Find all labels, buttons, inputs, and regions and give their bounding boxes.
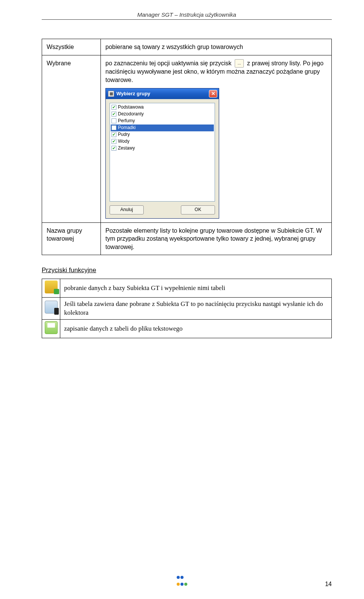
save-file-icon <box>45 321 58 334</box>
checkbox-icon[interactable]: ✔ <box>111 139 116 144</box>
list-item[interactable]: Perfumy <box>111 118 214 125</box>
row-desc: Pozostałe elementy listy to kolejne grup… <box>101 222 332 255</box>
table-row: Jeśli tabela zawiera dane pobrane z Subi… <box>42 298 332 319</box>
group-list[interactable]: ✔Podstawowa✔DezodorantyPerfumyPomadki✔Pu… <box>110 103 215 202</box>
checkbox-icon[interactable] <box>111 125 116 130</box>
dialog-body: ✔Podstawowa✔DezodorantyPerfumyPomadki✔Pu… <box>106 99 219 218</box>
select-groups-dialog: ▦ Wybierz grupy ✕ ✔Podstawowa✔Dezodorant… <box>105 88 219 219</box>
row-desc: pobranie danych z bazy Subiekta GT i wyp… <box>60 279 332 298</box>
table-row: Wybrane po zaznaczeniu tej opcji uaktywn… <box>42 55 332 222</box>
table-row: zapisanie danych z tabeli do pliku tekst… <box>42 319 332 338</box>
table-row: Wszystkie pobierane są towary z wszystki… <box>42 39 332 55</box>
list-item[interactable]: ✔Pudry <box>111 131 214 138</box>
definition-table: Wszystkie pobierane są towary z wszystki… <box>42 39 332 255</box>
dialog-title: Wybierz grupy <box>116 90 150 97</box>
list-item[interactable]: ✔Dezodoranty <box>111 111 214 118</box>
toolbar-icon-cell <box>42 279 60 298</box>
checkbox-icon[interactable]: ✔ <box>111 105 116 110</box>
list-item-label: Zestawy <box>118 145 135 151</box>
toolbar-icon-cell <box>42 298 60 319</box>
row-label: Wybrane <box>42 55 101 222</box>
list-item-label: Dezodoranty <box>118 111 144 117</box>
list-item[interactable]: ✔Podstawowa <box>111 104 214 111</box>
table-row: pobranie danych z bazy Subiekta GT i wyp… <box>42 279 332 298</box>
row-label: Wszystkie <box>42 39 101 55</box>
page-header: Manager SGT – Instrukcja użytkownika <box>42 11 332 18</box>
page-number: 14 <box>325 581 332 588</box>
list-item-label: Wody <box>118 138 129 144</box>
ok-button[interactable]: OK <box>181 205 215 214</box>
row-desc: pobierane są towary z wszystkich grup to… <box>101 39 332 55</box>
dialog-titlebar: ▦ Wybierz grupy ✕ <box>106 88 219 99</box>
list-item[interactable]: ✔Wody <box>111 138 214 145</box>
checkbox-icon[interactable]: ✔ <box>111 132 116 137</box>
toolbar-icon-cell <box>42 319 60 338</box>
checkbox-icon[interactable]: ✔ <box>111 112 116 117</box>
browse-button-icon[interactable]: ... <box>235 59 244 68</box>
list-item-label: Perfumy <box>118 118 135 124</box>
list-item-label: Pomadki <box>118 125 136 131</box>
row-label: Nazwa grupy towarowej <box>42 222 101 255</box>
footer-logo <box>176 574 188 588</box>
icon-table: pobranie danych z bazy Subiekta GT i wyp… <box>42 279 332 338</box>
close-icon[interactable]: ✕ <box>209 90 217 98</box>
list-item[interactable]: ✔Zestawy <box>111 145 214 152</box>
desc-part: po zaznaczeniu tej opcji uaktywnia się p… <box>105 60 232 66</box>
list-item-label: Podstawowa <box>118 104 144 110</box>
header-rule <box>42 19 332 20</box>
checkbox-icon[interactable]: ✔ <box>111 146 116 151</box>
app-icon: ▦ <box>108 91 114 97</box>
checkbox-icon[interactable] <box>111 118 116 123</box>
row-desc: po zaznaczeniu tej opcji uaktywnia się p… <box>101 55 332 222</box>
table-row: Nazwa grupy towarowej Pozostałe elementy… <box>42 222 332 255</box>
fetch-db-icon <box>45 281 58 293</box>
row-desc: zapisanie danych z tabeli do pliku tekst… <box>60 319 332 338</box>
row-desc: Jeśli tabela zawiera dane pobrane z Subi… <box>60 298 332 319</box>
cancel-button[interactable]: Anuluj <box>110 205 144 214</box>
section-heading: Przyciski funkcyjne <box>42 266 332 274</box>
send-collector-icon <box>45 301 58 314</box>
list-item[interactable]: Pomadki <box>111 125 214 131</box>
list-item-label: Pudry <box>118 131 130 137</box>
